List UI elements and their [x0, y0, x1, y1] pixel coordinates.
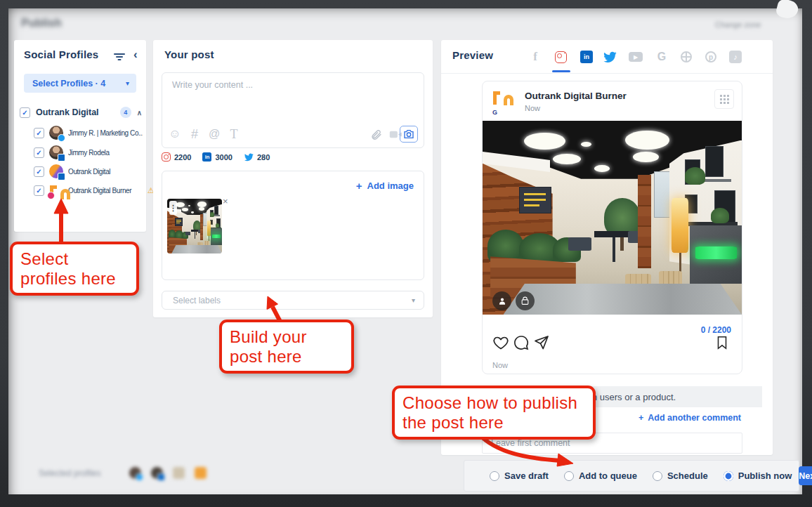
twitter-badge-icon: [58, 134, 65, 142]
publish-now-label: Publish now: [738, 470, 792, 481]
group-label: Outrank Digital: [36, 107, 114, 117]
thumbnail-menu-icon[interactable]: ⋮: [169, 201, 177, 215]
linkedin-limit-value: 3000: [215, 153, 232, 162]
logo-g-mark: G: [492, 109, 497, 116]
option-schedule[interactable]: Schedule: [653, 470, 708, 481]
linkedin-icon: in: [580, 51, 593, 63]
tab-twitter[interactable]: [602, 49, 617, 65]
instagram-limit-value: 2200: [174, 153, 191, 162]
option-add-to-queue[interactable]: Add to queue: [564, 470, 637, 481]
remove-image-icon[interactable]: ×: [223, 196, 228, 206]
tab-instagram[interactable]: [553, 49, 568, 65]
filter-icon[interactable]: [114, 51, 125, 65]
collapse-sidebar-icon[interactable]: ‹: [133, 48, 138, 62]
comment-icon[interactable]: [513, 334, 530, 351]
tab-linkedin[interactable]: in: [579, 49, 594, 65]
radio-save-draft[interactable]: [490, 471, 499, 481]
tab-google[interactable]: G: [654, 49, 669, 65]
profile-row[interactable]: ✓ Outrank Digital Burner ⚠: [34, 183, 155, 197]
your-post-title: Your post: [164, 48, 214, 60]
twitter-limit: 280: [244, 153, 270, 162]
tab-youtube[interactable]: ▶: [628, 49, 643, 65]
globe-icon: [681, 51, 692, 62]
facebook-icon: f: [533, 50, 537, 64]
profile-checkbox[interactable]: ✓: [34, 147, 44, 158]
radio-add-to-queue[interactable]: [564, 471, 574, 481]
header-blurred-note: Change zone: [715, 20, 761, 29]
select-profiles-label: Select Profiles · 4: [32, 79, 126, 88]
annotation-select-profiles: Select profiles here: [10, 242, 139, 296]
instagram-badge-icon: [47, 192, 55, 199]
instagram-limit: 2200: [162, 152, 191, 162]
office-photo: [483, 121, 742, 315]
annotation-choose-publish: Choose how to publish the post here: [392, 386, 596, 440]
tag-product-icon[interactable]: [516, 291, 535, 310]
profile-group-row[interactable]: ✓ Outrank Digital 4 ∧: [20, 105, 142, 119]
next-button[interactable]: Next: [799, 466, 812, 485]
social-profiles-panel: Social Profiles ‹ Select Profiles · 4 ▾ …: [14, 40, 146, 232]
caret-down-icon: ▾: [126, 79, 129, 87]
account-time: Now: [525, 104, 540, 112]
tab-web[interactable]: [679, 49, 694, 65]
selected-profiles-label: Selected profiles: [39, 468, 101, 478]
profile-row[interactable]: ✓ Jimmy R. | Marketing Co...: [34, 126, 155, 140]
twitter-icon: [603, 51, 617, 63]
linkedin-icon: in: [202, 152, 211, 162]
profile-row[interactable]: ✓ Outrank Digital: [34, 164, 155, 178]
hashtag-icon[interactable]: #: [188, 127, 202, 141]
share-icon[interactable]: [533, 334, 550, 351]
like-icon[interactable]: [492, 334, 509, 351]
mention-icon[interactable]: @: [207, 127, 221, 141]
instagram-icon: [162, 152, 171, 162]
save-draft-label: Save draft: [504, 470, 549, 481]
tag-people-icon[interactable]: [492, 291, 511, 310]
camera-icon[interactable]: [400, 126, 418, 143]
youtube-icon: ▶: [629, 52, 643, 62]
radio-publish-now[interactable]: [723, 471, 733, 481]
select-profiles-dropdown[interactable]: Select Profiles · 4 ▾: [24, 74, 136, 93]
emoji-icon[interactable]: ☺: [168, 127, 182, 141]
publish-options-bar: Save draft Add to queue Schedule Publish…: [464, 460, 799, 492]
profile-label: Outrank Digital Burner: [68, 187, 143, 195]
instagram-icon: [555, 51, 567, 63]
platform-tabs: f in ▶ G p ♪: [441, 49, 773, 67]
preview-card-header: G Outrank Digital Burner Now: [483, 81, 742, 121]
post-content-editor[interactable]: Write your content ... ☺ # @ T: [162, 72, 424, 148]
group-checkbox[interactable]: ✓: [20, 107, 30, 118]
media-attachments-box: + Add image ⋮: [162, 171, 424, 280]
linkedin-badge-icon: [58, 173, 65, 180]
select-labels-dropdown[interactable]: Select labels ▾: [162, 291, 424, 310]
selected-profiles-footer: Selected profiles: [39, 467, 207, 479]
option-publish-now[interactable]: Publish now: [723, 470, 792, 481]
add-image-button[interactable]: + Add image: [356, 180, 414, 192]
radio-schedule[interactable]: [653, 471, 662, 481]
option-save-draft[interactable]: Save draft: [490, 470, 549, 481]
text-format-icon[interactable]: T: [227, 127, 241, 141]
avatar: [49, 145, 63, 159]
plus-icon: +: [639, 413, 643, 423]
add-comment-label: Add another comment: [648, 413, 741, 423]
profile-checkbox[interactable]: ✓: [34, 128, 44, 138]
bookmark-icon[interactable]: [714, 334, 731, 351]
tab-facebook[interactable]: f: [528, 49, 543, 65]
instagram-preview-card: G Outrank Digital Burner Now: [482, 81, 742, 374]
chevron-up-icon[interactable]: ∧: [137, 109, 142, 117]
tab-pinterest[interactable]: p: [703, 49, 719, 65]
avatar: [195, 467, 207, 479]
twitter-limit-value: 280: [257, 153, 270, 162]
profile-row[interactable]: ✓ Jimmy Rodela: [34, 145, 155, 159]
avatar: [129, 467, 141, 479]
add-to-queue-label: Add to queue: [579, 470, 637, 481]
group-count-badge: 4: [120, 107, 131, 118]
add-another-comment-button[interactable]: + Add another comment: [639, 413, 741, 423]
pinterest-icon: p: [705, 51, 716, 62]
attachment-icon[interactable]: [369, 127, 383, 141]
tab-tiktok[interactable]: ♪: [728, 49, 743, 65]
grid-icon[interactable]: [714, 89, 734, 109]
annotation-build-post: Build your post here: [219, 320, 354, 374]
tiktok-icon: ♪: [729, 51, 742, 63]
profile-checkbox[interactable]: ✓: [34, 166, 44, 177]
page-title: Publish: [21, 17, 62, 29]
profile-checkbox[interactable]: ✓: [34, 185, 44, 196]
avatar: [49, 126, 63, 140]
